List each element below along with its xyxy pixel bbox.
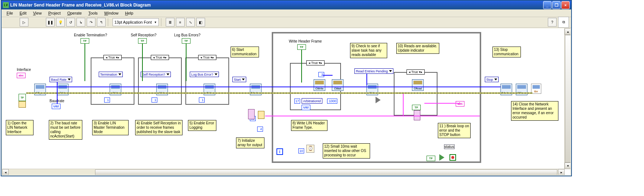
resize-objects-button[interactable]: ⤡ bbox=[186, 18, 195, 27]
reorder-button[interactable]: ◧ bbox=[196, 18, 205, 27]
node-ncWrite[interactable]: CWrite bbox=[314, 79, 325, 91]
const-10[interactable]: 10 bbox=[298, 148, 304, 153]
case-selfreception[interactable]: ◂ True ▾▸ bbox=[138, 57, 182, 105]
attr-readentries[interactable]: Read Entries Pending bbox=[354, 68, 393, 74]
attr-selfreception[interactable]: Self Reception? bbox=[141, 72, 171, 77]
retain-wire-button[interactable]: ↺ bbox=[66, 18, 75, 27]
wait-ms-icon: ⌚ bbox=[306, 145, 314, 153]
note-2: 2) The baud rate must be set before call… bbox=[49, 120, 82, 140]
init-array-node[interactable] bbox=[258, 111, 264, 119]
note-1: 1) Open the LIN Network Interface bbox=[6, 120, 34, 135]
node-simple-error[interactable]: Err bbox=[531, 84, 541, 94]
attr-start[interactable]: Start bbox=[232, 77, 246, 82]
context-help-button[interactable]: ? bbox=[548, 18, 557, 27]
cluster-const[interactable] bbox=[19, 101, 26, 108]
const-1[interactable]: 1 bbox=[199, 97, 205, 103]
note-7: 7) Initialize array for output bbox=[236, 137, 264, 148]
control-label: Log Bus Errors? bbox=[174, 33, 200, 37]
const-tf[interactable]: TF bbox=[19, 94, 26, 101]
stop-button-terminal[interactable]: TF bbox=[427, 156, 435, 161]
distribute-objects-button[interactable]: ≡ bbox=[176, 18, 185, 27]
attr-baudrate[interactable]: Baud Rate bbox=[50, 77, 72, 82]
note-6: 6) Start communication bbox=[231, 47, 259, 57]
status-label: status bbox=[444, 144, 455, 149]
const-1000[interactable]: 1000 bbox=[327, 99, 337, 104]
const-1[interactable]: 1 bbox=[104, 97, 110, 103]
status-terminal[interactable]: TF bbox=[412, 105, 421, 110]
menu-view[interactable]: View bbox=[30, 11, 45, 16]
attr-stop[interactable]: Stop bbox=[485, 77, 499, 82]
interface-terminal[interactable]: abc bbox=[17, 73, 25, 78]
node-ncWait[interactable]: CWait bbox=[332, 79, 343, 91]
step-over-button[interactable]: ↷ bbox=[87, 18, 95, 27]
diagram-scrollarea: ◂▸ ▴▾ ◂ True ▾▸ ◂ True ▾▸ ◂ True ▾▸ ◂ Tr… bbox=[2, 28, 570, 175]
step-into-button[interactable]: ↳ bbox=[76, 18, 85, 27]
note-5: 5) Enable Error Logging bbox=[188, 120, 216, 131]
labview-window: LV LIN Master Send Header Frame and Rece… bbox=[1, 0, 572, 176]
toolbar: ▷ ❚❚ 💡 ↺ ↳ ↷ ↰ 13pt Application Font▼ ≣ … bbox=[1, 17, 571, 28]
string-indicator[interactable]: abc bbox=[456, 101, 464, 107]
note-3: 3) Enable LIN Master Termination Mode bbox=[92, 120, 129, 135]
write-header-terminal[interactable]: TF bbox=[297, 44, 306, 50]
bundle-node[interactable] bbox=[248, 109, 255, 119]
note-9: 9) Check to see if slave task has any re… bbox=[350, 43, 387, 58]
loop-stop-terminal bbox=[449, 154, 456, 161]
case-selector[interactable]: ◂ True ▾▸ bbox=[103, 55, 122, 60]
restore-button[interactable]: ❐ bbox=[552, 1, 561, 9]
titlebar[interactable]: LV LIN Master Send Header Frame and Rece… bbox=[1, 1, 571, 9]
baudrate-terminal[interactable]: U32 bbox=[52, 104, 60, 109]
menu-tools[interactable]: Tools bbox=[85, 11, 101, 16]
note-10: 10) Reads are available. Update indicato… bbox=[396, 43, 439, 54]
case-termination[interactable]: ◂ True ▾▸ bbox=[91, 57, 134, 105]
const-2[interactable]: 2 bbox=[318, 72, 324, 77]
log-bus-errors-terminal[interactable]: TF bbox=[182, 38, 191, 44]
const-1[interactable]: 1 bbox=[152, 97, 157, 103]
loop-iteration-terminal: i bbox=[276, 148, 283, 155]
u32-term[interactable]: U32 bbox=[302, 105, 310, 110]
case-logbus[interactable]: ◂ True ▾▸ bbox=[185, 57, 229, 105]
align-objects-button[interactable]: ≣ bbox=[166, 18, 174, 27]
note-12: 12) Small 10ms wait inserted to allow ot… bbox=[323, 143, 370, 159]
close-button[interactable]: × bbox=[561, 1, 570, 9]
connector-pane-icon[interactable]: ⧉ bbox=[558, 17, 569, 28]
note-8: 8) Write LIN Header Frame Type. bbox=[291, 120, 327, 131]
attr-arbitrationid[interactable]: ArbitrationId bbox=[302, 98, 322, 104]
menubar: File Edit View Project Operate Tools Win… bbox=[1, 9, 571, 17]
enable-termination-terminal[interactable]: TF bbox=[80, 38, 89, 44]
note-4: 4) Enable Self Reception in order to rec… bbox=[135, 120, 182, 135]
menu-project[interactable]: Project bbox=[45, 11, 63, 16]
control-label: Enable Termination? bbox=[74, 33, 107, 37]
note-13: 13) Stop communication bbox=[492, 47, 521, 57]
node-ncRead[interactable]: CRead bbox=[412, 79, 424, 91]
case-selector[interactable]: ◂ True ▾▸ bbox=[407, 69, 425, 75]
horizontal-scrollbar[interactable]: ◂▸ bbox=[2, 169, 565, 175]
app-icon: LV bbox=[3, 2, 9, 8]
run-button[interactable]: ▷ bbox=[20, 18, 28, 27]
pause-button[interactable]: ❚❚ bbox=[46, 18, 55, 27]
block-diagram-canvas[interactable]: ◂ True ▾▸ ◂ True ▾▸ ◂ True ▾▸ ◂ True ▾▸ … bbox=[2, 28, 565, 169]
attr-termination[interactable]: Termination bbox=[99, 72, 123, 77]
const-4[interactable]: 4 bbox=[257, 127, 263, 132]
self-reception-terminal[interactable]: TF bbox=[138, 38, 147, 44]
attr-logbuserror[interactable]: Log Bus Error? bbox=[190, 72, 219, 77]
case-selector[interactable]: ◂ True ▾▸ bbox=[306, 60, 325, 65]
control-label: Write Header Frame bbox=[289, 39, 322, 43]
highlight-exec-button[interactable]: 💡 bbox=[56, 18, 65, 27]
menu-file[interactable]: File bbox=[4, 11, 16, 16]
vertical-scrollbar[interactable]: ▴▾ bbox=[564, 28, 570, 169]
index-bundle-node[interactable] bbox=[414, 110, 420, 120]
window-title: LIN Master Send Header Frame and Receive… bbox=[10, 3, 151, 8]
note-14: 14) Close the Network Interface and pres… bbox=[511, 101, 558, 121]
note-11: 11 ) Break loop on error and the STOP bu… bbox=[438, 123, 471, 138]
step-out-button[interactable]: ↰ bbox=[97, 18, 106, 27]
font-selector[interactable]: 13pt Application Font▼ bbox=[113, 18, 159, 26]
minimize-button[interactable]: _ bbox=[543, 1, 551, 9]
case-selector[interactable]: ◂ True ▾▸ bbox=[151, 55, 169, 60]
const-17[interactable]: 17 bbox=[294, 99, 300, 104]
menu-help[interactable]: Help bbox=[122, 11, 136, 16]
case-selector[interactable]: ◂ True ▾▸ bbox=[198, 55, 216, 60]
menu-edit[interactable]: Edit bbox=[17, 11, 30, 16]
menu-window[interactable]: Window bbox=[101, 11, 121, 16]
menu-operate[interactable]: Operate bbox=[64, 11, 85, 16]
control-label: Self Reception? bbox=[131, 33, 157, 37]
